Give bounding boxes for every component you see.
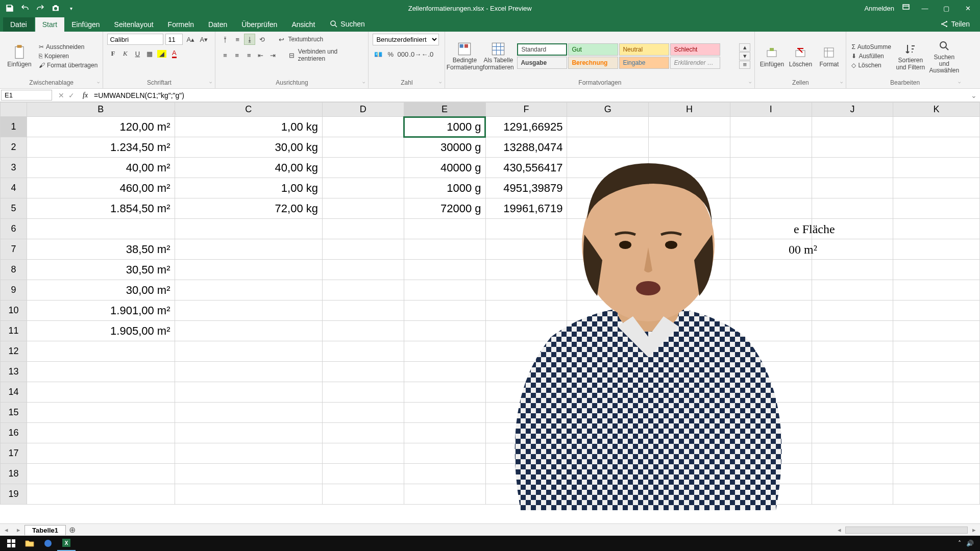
copy-button[interactable]: ⎘Kopieren [38,52,99,60]
cell-G14[interactable] [567,382,649,403]
cell-I18[interactable] [730,464,812,484]
tab-insert[interactable]: Einfügen [64,17,107,32]
cell-J7[interactable] [812,239,893,260]
row-header-6[interactable]: 6 [1,219,27,239]
style-gut[interactable]: Gut [568,43,618,56]
styles-more-icon[interactable]: ≡ [739,61,750,69]
cell-I17[interactable] [730,443,812,464]
cell-H18[interactable] [649,464,730,484]
cell-F4[interactable]: 4951,39879 [485,178,567,198]
qat-customize-icon[interactable]: ▾ [65,3,77,14]
underline-button[interactable]: U [132,48,143,59]
cell-E19[interactable] [404,484,485,505]
style-eingabe[interactable]: Eingabe [619,57,669,69]
align-left-icon[interactable]: ≡ [219,49,230,61]
row-header-18[interactable]: 18 [1,464,27,484]
cell-D16[interactable] [323,423,404,443]
row-header-3[interactable]: 3 [1,158,27,178]
cell-B5[interactable]: 1.854,50 m² [27,198,175,219]
cell-I2[interactable] [730,137,812,158]
paste-button[interactable]: Einfügen [4,44,35,68]
cell-E13[interactable] [404,362,485,382]
cell-K11[interactable] [893,321,980,341]
tray-volume-icon[interactable]: 🔊 [966,540,974,547]
cell-J9[interactable] [812,280,893,300]
cell-C18[interactable] [175,464,323,484]
cell-J14[interactable] [812,382,893,403]
cell-I12[interactable] [730,341,812,362]
cell-H4[interactable] [649,178,730,198]
redo-icon[interactable] [35,3,46,14]
cell-E1[interactable]: 1000 g [404,117,485,137]
style-standard[interactable]: Standard [517,43,567,56]
cell-H13[interactable] [649,362,730,382]
cell-C1[interactable]: 1,00 kg [175,117,323,137]
wrap-text-button[interactable]: ↩ [276,34,287,45]
row-header-8[interactable]: 8 [1,260,27,280]
cell-G6[interactable] [567,219,649,239]
cell-E18[interactable] [404,464,485,484]
decrease-font-icon[interactable]: A▾ [198,34,209,45]
align-right-icon[interactable]: ≡ [243,49,254,61]
cell-H3[interactable] [649,158,730,178]
cell-G7[interactable] [567,239,649,260]
cell-D15[interactable] [323,403,404,423]
sheet-nav-first-icon[interactable]: ◂ [0,526,12,534]
cell-B8[interactable]: 30,50 m² [27,260,175,280]
align-center-icon[interactable]: ≡ [232,49,242,61]
col-header-E[interactable]: E [404,103,485,117]
row-header-19[interactable]: 19 [1,484,27,505]
cell-D10[interactable] [323,300,404,321]
cell-K7[interactable] [893,239,980,260]
cell-H15[interactable] [649,403,730,423]
cell-E7[interactable] [404,239,485,260]
style-schlecht[interactable]: Schlecht [670,43,720,56]
cell-I5[interactable] [730,198,812,219]
cell-J3[interactable] [812,158,893,178]
cell-E6[interactable] [404,219,485,239]
cell-K16[interactable] [893,423,980,443]
currency-icon[interactable]: 💶 [373,48,384,60]
sort-filter-button[interactable]: Sortieren und Filtern [895,41,926,70]
add-sheet-button[interactable]: ⊕ [66,525,78,535]
cell-B7[interactable]: 38,50 m² [27,239,175,260]
tab-review[interactable]: Überprüfen [234,17,284,32]
cell-G11[interactable] [567,321,649,341]
cell-F17[interactable] [485,443,567,464]
row-header-13[interactable]: 13 [1,362,27,382]
system-tray[interactable]: ˄ 🔊 [954,540,978,547]
cell-F7[interactable] [485,239,567,260]
cell-F14[interactable] [485,382,567,403]
cell-H12[interactable] [649,341,730,362]
cell-K9[interactable] [893,280,980,300]
format-as-table-button[interactable]: Als Tabelle formatieren [483,41,513,70]
cell-C14[interactable] [175,382,323,403]
cell-I11[interactable] [730,321,812,341]
cell-G15[interactable] [567,403,649,423]
cell-F16[interactable] [485,423,567,443]
cell-B1[interactable]: 120,00 m² [27,117,175,137]
cell-D14[interactable] [323,382,404,403]
cell-B2[interactable]: 1.234,50 m² [27,137,175,158]
cell-C17[interactable] [175,443,323,464]
styles-scroll-down-icon[interactable]: ▾ [739,52,750,60]
cell-D1[interactable] [323,117,404,137]
cell-E3[interactable]: 40000 g [404,158,485,178]
row-header-4[interactable]: 4 [1,178,27,198]
cell-G1[interactable] [567,117,649,137]
cell-I16[interactable] [730,423,812,443]
cell-J5[interactable] [812,198,893,219]
cell-E17[interactable] [404,443,485,464]
cell-K18[interactable] [893,464,980,484]
row-header-15[interactable]: 15 [1,403,27,423]
cell-G9[interactable] [567,280,649,300]
share-button[interactable]: Teilen [933,16,977,32]
style-neutral[interactable]: Neutral [619,43,669,56]
cell-J18[interactable] [812,464,893,484]
col-header-I[interactable]: I [730,103,812,117]
cell-B17[interactable] [27,443,175,464]
cell-C16[interactable] [175,423,323,443]
cell-K10[interactable] [893,300,980,321]
row-header-5[interactable]: 5 [1,198,27,219]
cell-J17[interactable] [812,443,893,464]
